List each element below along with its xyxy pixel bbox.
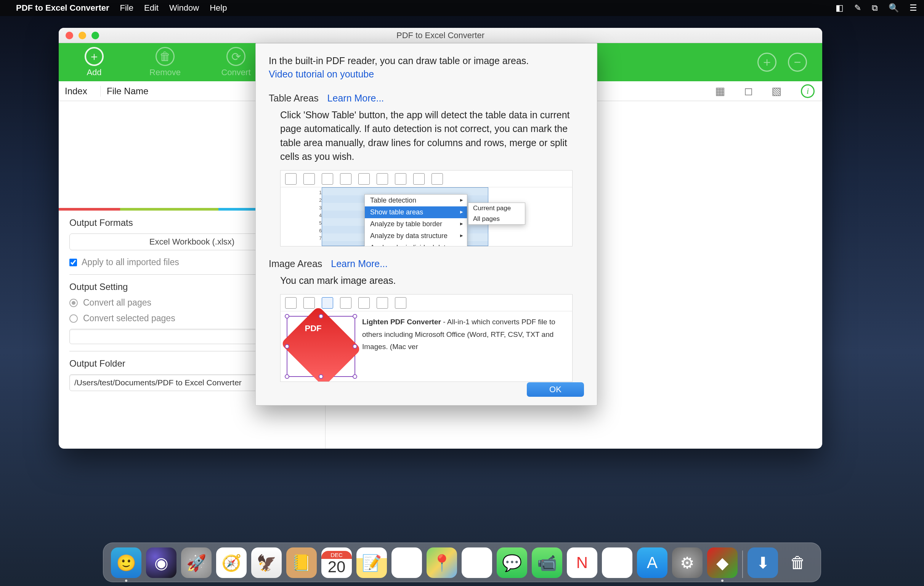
dock-photos[interactable]: ✿ <box>462 548 492 578</box>
dock-news[interactable]: N <box>567 548 597 578</box>
table-areas-title: Table Areas <box>269 93 318 103</box>
menu-help[interactable]: Help <box>210 3 227 13</box>
dock-itunes[interactable]: ♪ <box>602 548 632 578</box>
spotlight-icon[interactable]: 🔍 <box>889 3 899 13</box>
dock-safari[interactable]: 🧭 <box>216 548 247 578</box>
scripts-icon[interactable]: ✎ <box>854 3 861 13</box>
dock-siri[interactable]: ◉ <box>146 548 177 578</box>
radio-icon <box>69 315 78 323</box>
zoom-out-button[interactable]: − <box>788 53 807 72</box>
refresh-icon: ⟳ <box>226 47 246 66</box>
col-filename[interactable]: File Name <box>101 86 276 96</box>
apply-all-input[interactable] <box>69 259 77 266</box>
add-button[interactable]: ＋ Add <box>59 47 130 78</box>
zoom-in-button[interactable]: ＋ <box>757 53 777 72</box>
dock-system-preferences[interactable]: ⚙ <box>672 548 703 578</box>
illus-context-menu: Table detection Show table areas Analyze… <box>365 194 467 247</box>
output-path-field[interactable]: /Users/test/Documents/PDF to Excel Conve… <box>69 374 267 391</box>
dock-reminders[interactable]: ☰ <box>391 548 422 578</box>
menubar-status-icons: ◧ ✎ ⧉ 🔍 ☰ <box>827 3 917 13</box>
col-index[interactable]: Index <box>59 86 101 96</box>
macos-menubar: PDF to Excel Converter File Edit Window … <box>0 0 924 16</box>
dock-pdf-to-excel[interactable]: ◆ <box>707 548 738 578</box>
dock-facetime[interactable]: 📹 <box>532 548 562 578</box>
tool-crop-icon[interactable]: ◻ <box>741 84 756 99</box>
table-areas-illustration: 1234567 Table detection Show table areas… <box>280 170 573 247</box>
control-center-icon[interactable]: ☰ <box>909 3 917 13</box>
dock-appstore[interactable]: A <box>637 548 667 578</box>
dock-launchpad[interactable]: 🚀 <box>181 548 211 578</box>
dock-calendar[interactable]: DEC20 <box>321 548 352 578</box>
sheet-intro: In the built-in PDF reader, you can draw… <box>269 54 584 68</box>
window-title: PDF to Excel Converter <box>59 30 822 40</box>
trash-icon: 🗑 <box>155 47 175 66</box>
remove-button[interactable]: 🗑 Remove <box>130 47 201 78</box>
tool-table-icon[interactable]: ▦ <box>713 84 728 99</box>
ok-button[interactable]: OK <box>527 382 584 397</box>
dock-notes[interactable]: 📝 <box>356 548 387 578</box>
radio-icon <box>69 299 78 307</box>
app-name[interactable]: PDF to Excel Converter <box>16 3 109 13</box>
dock-downloads[interactable]: ⬇ <box>747 548 778 578</box>
help-sheet: In the built-in PDF reader, you can draw… <box>256 43 597 406</box>
dock-separator <box>742 551 743 578</box>
tool-grid-icon[interactable]: ▧ <box>769 84 784 99</box>
plus-icon: ＋ <box>85 47 104 66</box>
dock: 🙂 ◉ 🚀 🧭 🦅 📒 DEC20 📝 ☰ 📍 ✿ 💬 📹 N ♪ A ⚙ ◆ … <box>103 543 821 582</box>
video-tutorial-link[interactable]: Video tutorial on youtube <box>269 69 374 79</box>
table-areas-desc: Click 'Show Table' button, the app will … <box>280 108 584 163</box>
screen-mirror-icon[interactable]: ⧉ <box>872 3 878 13</box>
dock-messages[interactable]: 💬 <box>497 548 527 578</box>
menu-window[interactable]: Window <box>169 3 199 13</box>
image-areas-desc: You can mark image areas. <box>280 273 584 287</box>
notifications-icon[interactable]: ◧ <box>836 3 843 13</box>
dock-trash[interactable]: 🗑 <box>782 548 813 578</box>
image-areas-learn-more-link[interactable]: Learn More... <box>331 258 388 269</box>
dock-contacts[interactable]: 📒 <box>286 548 317 578</box>
menu-file[interactable]: File <box>120 3 134 13</box>
info-button[interactable]: i <box>801 84 815 98</box>
illus-submenu: Current page All pages <box>468 203 525 225</box>
dock-mail[interactable]: 🦅 <box>251 548 282 578</box>
menu-edit[interactable]: Edit <box>144 3 158 13</box>
table-areas-learn-more-link[interactable]: Learn More... <box>327 93 384 103</box>
dock-finder[interactable]: 🙂 <box>111 548 142 578</box>
titlebar: PDF to Excel Converter <box>59 28 822 43</box>
image-areas-title: Image Areas <box>269 258 322 269</box>
dock-maps[interactable]: 📍 <box>427 548 457 578</box>
image-areas-illustration: Lighten PDF Converter - All-in-1 which c… <box>280 294 573 382</box>
